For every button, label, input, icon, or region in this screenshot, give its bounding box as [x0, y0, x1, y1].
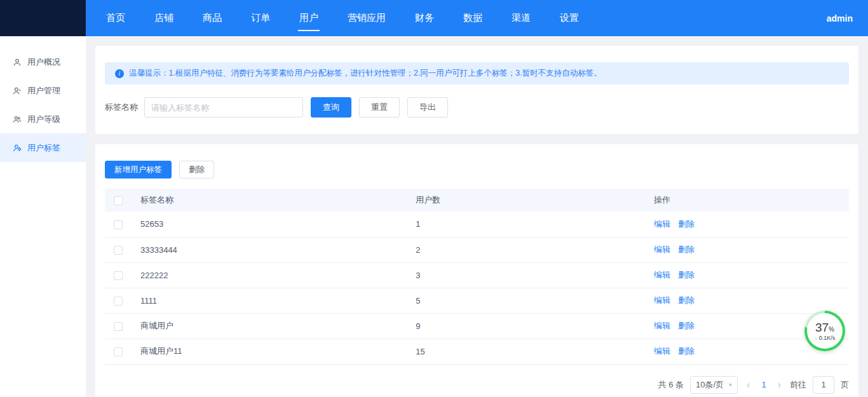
nav-item-marketing[interactable]: 营销应用: [337, 0, 396, 36]
sidebar-item-label: 用户等级: [27, 114, 60, 125]
delete-link[interactable]: 删除: [678, 245, 695, 254]
delete-selected-button[interactable]: 删除: [179, 161, 214, 178]
user-count-cell: 5: [409, 288, 648, 313]
column-header-actions: 操作: [648, 189, 849, 212]
download-arrow-icon: ↓: [815, 335, 818, 341]
select-all-checkbox[interactable]: [114, 196, 123, 205]
row-checkbox[interactable]: [114, 297, 123, 306]
delete-link[interactable]: 删除: [678, 321, 695, 330]
user-tags-table: 标签名称 用户数 操作 52653 1 编辑删除 33333444 2 编辑删除: [105, 189, 849, 365]
goto-label: 前往: [790, 379, 806, 391]
page-number-1[interactable]: 1: [759, 380, 768, 389]
filter-row: 标签名称 查询 重置 导出: [105, 97, 849, 118]
tag-name-cell: 222222: [134, 262, 409, 288]
sidebar-item-label: 用户标签: [27, 142, 60, 154]
sidebar-item-label: 用户管理: [27, 85, 60, 97]
logo: [0, 0, 86, 36]
prev-page-button[interactable]: ‹: [744, 379, 752, 391]
edit-link[interactable]: 编辑: [654, 219, 670, 229]
delete-link[interactable]: 删除: [678, 295, 695, 305]
table-header-row: 标签名称 用户数 操作: [105, 189, 849, 212]
nav-item-shop[interactable]: 店铺: [144, 0, 184, 36]
sidebar-item-user-tags[interactable]: 用户标签: [0, 133, 86, 162]
user-level-icon: [13, 115, 22, 124]
admin-user-menu[interactable]: admin: [827, 13, 853, 24]
delete-link[interactable]: 删除: [678, 346, 695, 356]
nav-item-product[interactable]: 商品: [193, 0, 232, 36]
table-row: 商城用户11 15 编辑删除: [105, 339, 849, 364]
sidebar-item-user-management[interactable]: 用户管理: [0, 76, 86, 105]
nav-item-order[interactable]: 订单: [241, 0, 280, 36]
reset-button[interactable]: 重置: [359, 97, 400, 118]
edit-link[interactable]: 编辑: [654, 245, 670, 254]
pagination: 共 6 条 10条/页 ▾ ‹ 1 › 前往 页: [105, 376, 849, 394]
edit-link[interactable]: 编辑: [654, 295, 670, 305]
page-size-value: 10条/页: [696, 379, 724, 391]
next-page-button[interactable]: ›: [775, 379, 783, 391]
top-navbar: 首页 店铺 商品 订单 用户 营销应用 财务 数据 渠道 设置 admin: [0, 0, 868, 36]
edit-link[interactable]: 编辑: [654, 321, 670, 330]
column-header-tag-name: 标签名称: [134, 189, 409, 212]
tag-name-cell: 33333444: [134, 237, 409, 262]
nav-item-user[interactable]: 用户: [289, 0, 329, 36]
nav-menu: 首页 店铺 商品 订单 用户 营销应用 财务 数据 渠道 设置: [96, 0, 598, 36]
user-count-cell: 15: [409, 339, 648, 364]
download-percent-value: 37: [815, 321, 829, 334]
chevron-down-icon: ▾: [729, 381, 732, 388]
row-checkbox[interactable]: [114, 271, 123, 280]
download-progress-widget[interactable]: 37% ↓ 0.1K/s: [804, 311, 845, 351]
user-count-cell: 9: [409, 313, 648, 339]
download-percent-unit: %: [829, 326, 834, 333]
download-speed: ↓ 0.1K/s: [815, 335, 836, 341]
download-percent: 37%: [815, 321, 834, 333]
edit-link[interactable]: 编辑: [654, 346, 670, 356]
user-overview-icon: [13, 58, 22, 67]
sidebar-item-user-overview[interactable]: 用户概况: [0, 48, 86, 76]
row-checkbox[interactable]: [114, 246, 123, 255]
nav-item-settings[interactable]: 设置: [550, 0, 589, 36]
sidebar-item-label: 用户概况: [27, 57, 60, 68]
main-content: i 温馨提示：1.根据用户特征、消费行为等要素给用户分配标签，进行针对性管理；2…: [86, 36, 868, 397]
delete-link[interactable]: 删除: [678, 270, 695, 279]
goto-page-input[interactable]: [813, 376, 834, 394]
nav-item-channel[interactable]: 渠道: [501, 0, 541, 36]
sidebar: 用户概况 用户管理 用户等级 用户标签: [0, 36, 86, 397]
download-progress-inner: 37% ↓ 0.1K/s: [807, 313, 843, 349]
sidebar-item-user-level[interactable]: 用户等级: [0, 105, 86, 133]
row-checkbox[interactable]: [114, 322, 123, 331]
search-button[interactable]: 查询: [311, 97, 351, 118]
table-row: 1111 5 编辑删除: [105, 288, 849, 313]
export-button[interactable]: 导出: [407, 97, 448, 118]
add-user-tag-button[interactable]: 新增用户标签: [105, 161, 172, 178]
user-tags-icon: [13, 144, 22, 152]
filter-card: i 温馨提示：1.根据用户特征、消费行为等要素给用户分配标签，进行针对性管理；2…: [95, 46, 858, 134]
table-row: 商城用户 9 编辑删除: [105, 313, 849, 339]
tag-name-cell: 1111: [134, 288, 409, 313]
page-unit-label: 页: [841, 379, 849, 391]
nav-item-finance[interactable]: 财务: [405, 0, 444, 36]
page-size-select[interactable]: 10条/页 ▾: [690, 376, 738, 394]
nav-item-home[interactable]: 首页: [96, 0, 135, 36]
table-card: 新增用户标签 删除 标签名称 用户数 操作 52653 1 编辑删除: [95, 144, 858, 397]
table-row: 33333444 2 编辑删除: [105, 237, 849, 262]
tip-alert: i 温馨提示：1.根据用户特征、消费行为等要素给用户分配标签，进行针对性管理；2…: [105, 62, 849, 84]
column-header-user-count: 用户数: [409, 189, 648, 212]
table-toolbar: 新增用户标签 删除: [105, 161, 849, 178]
table-row: 52653 1 编辑删除: [105, 212, 849, 237]
user-management-icon: [13, 86, 22, 95]
user-count-cell: 3: [409, 262, 648, 288]
tag-name-input[interactable]: [144, 97, 303, 118]
tag-name-label: 标签名称: [105, 102, 138, 113]
edit-link[interactable]: 编辑: [654, 270, 670, 279]
delete-link[interactable]: 删除: [678, 219, 695, 229]
info-icon: i: [115, 69, 124, 78]
table-row: 222222 3 编辑删除: [105, 262, 849, 288]
row-checkbox[interactable]: [114, 220, 123, 229]
tip-text: 温馨提示：1.根据用户特征、消费行为等要素给用户分配标签，进行针对性管理；2.同…: [129, 68, 602, 79]
user-count-cell: 1: [409, 212, 648, 237]
tag-name-cell: 商城用户: [134, 313, 409, 339]
row-checkbox[interactable]: [114, 347, 123, 356]
user-count-cell: 2: [409, 237, 648, 262]
tag-name-cell: 52653: [134, 212, 409, 237]
nav-item-data[interactable]: 数据: [453, 0, 492, 36]
